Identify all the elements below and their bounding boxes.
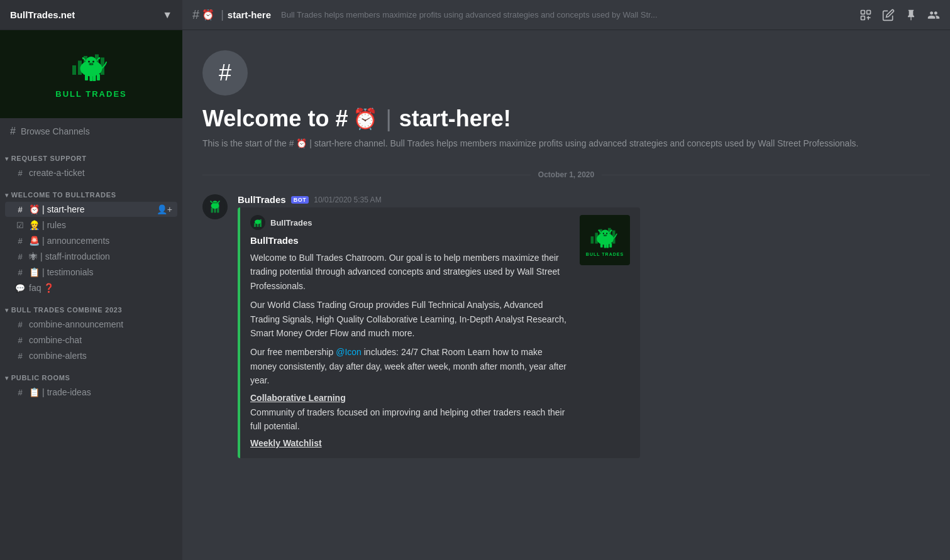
channel-pipe-separator: | xyxy=(42,267,45,277)
svg-rect-50 xyxy=(604,243,606,248)
svg-point-43 xyxy=(600,229,609,238)
announcements-emoji: 🚨 xyxy=(29,236,40,246)
embed-author-name: BullTrades xyxy=(270,218,312,228)
channel-name: testimonials xyxy=(47,267,94,277)
embed-desc-3: Our free membership @Icon includes: 24/7… xyxy=(250,345,570,387)
embed-section-1-text: Community of traders focused on improvin… xyxy=(250,405,570,434)
embed-author: BullTrades xyxy=(250,215,570,230)
svg-point-46 xyxy=(603,234,607,236)
svg-point-9 xyxy=(92,61,94,63)
testimonials-emoji: 📋 xyxy=(29,267,40,277)
category-public-rooms[interactable]: ▾ PUBLIC ROOMS xyxy=(0,364,182,384)
svg-rect-23 xyxy=(211,208,213,213)
channel-pipe-separator: | xyxy=(42,387,45,397)
bull-icon xyxy=(69,50,113,84)
category-chevron-icon: ▾ xyxy=(5,155,9,162)
channel-combine-alerts[interactable]: # combine-alerts xyxy=(5,348,177,363)
topbar-description: Bull Trades helps members maximize profi… xyxy=(281,10,859,19)
channel-name: staff-introduction xyxy=(45,251,110,261)
category-welcome-bulltrades[interactable]: ▾ WELCOME TO BULLTRADES xyxy=(0,181,182,201)
svg-point-27 xyxy=(213,200,218,206)
category-request-support[interactable]: ▾ REQUEST SUPPORT xyxy=(0,145,182,165)
add-member-icon[interactable]: 👤+ xyxy=(157,204,172,214)
channel-name: faq ❓ xyxy=(29,283,54,293)
channel-rules[interactable]: ☑ 👷 | rules xyxy=(5,217,177,233)
channel-name: combine-alerts xyxy=(29,351,87,361)
hash-icon: # xyxy=(15,351,25,361)
svg-point-7 xyxy=(86,57,97,68)
svg-rect-13 xyxy=(85,74,88,80)
svg-rect-16 xyxy=(97,74,100,80)
svg-point-44 xyxy=(602,233,604,234)
svg-point-10 xyxy=(89,63,94,66)
channel-name: announcements xyxy=(47,236,110,246)
hash-icon: # xyxy=(15,205,25,214)
welcome-prefix: Welcome to # xyxy=(202,106,348,132)
channel-list: # Browse Channels ▾ REQUEST SUPPORT # cr… xyxy=(0,118,182,560)
svg-point-45 xyxy=(606,233,607,234)
category-public-label: PUBLIC ROOMS xyxy=(11,374,70,382)
svg-point-48 xyxy=(605,234,606,236)
channel-name: start-here xyxy=(47,204,85,214)
category-chevron-icon: ▾ xyxy=(5,375,9,382)
topbar: # ⏰ | start-here Bull Trades helps membe… xyxy=(182,0,950,30)
svg-point-12 xyxy=(92,63,93,65)
server-logo: BULL TRADES xyxy=(0,30,182,118)
svg-rect-0 xyxy=(72,65,76,75)
message-username: BullTrades xyxy=(238,194,286,205)
server-name: BullTrades.net xyxy=(10,9,75,20)
category-combine-label: BULL TRADES COMBINE 2023 xyxy=(11,306,123,314)
avatar xyxy=(202,194,228,219)
channel-combine-announcement[interactable]: # combine-announcement xyxy=(5,317,177,332)
channel-faq[interactable]: 💬 faq ❓ xyxy=(5,280,177,295)
message-container: BullTrades BOT 10/01/2020 5:35 AM xyxy=(182,189,950,463)
server-dropdown-icon: ▼ xyxy=(162,9,172,21)
svg-rect-52 xyxy=(609,243,612,247)
channel-combine-chat[interactable]: # combine-chat xyxy=(5,332,177,348)
category-combine-2023[interactable]: ▾ BULL TRADES COMBINE 2023 xyxy=(0,296,182,316)
browse-channels-item[interactable]: # Browse Channels xyxy=(0,121,182,142)
channel-header: # Welcome to # ⏰ | start-here! This is t… xyxy=(182,30,950,160)
channel-announcements[interactable]: # 🚨 | announcements xyxy=(5,233,177,248)
hash-icon: # xyxy=(15,252,25,261)
server-banner: BULL TRADES xyxy=(0,30,182,118)
svg-point-29 xyxy=(216,202,217,204)
browse-channels-hash-icon: # xyxy=(10,126,16,137)
embed-desc-1: Welcome to Bull Trades Chatroom. Our goa… xyxy=(250,251,570,293)
server-header[interactable]: BullTrades.net ▼ xyxy=(0,0,182,30)
svg-point-28 xyxy=(213,202,214,204)
embed-icon-link[interactable]: @Icon xyxy=(336,347,362,357)
edit-icon[interactable] xyxy=(882,9,895,21)
speech-icon: 💬 xyxy=(15,283,25,293)
svg-rect-14 xyxy=(90,74,93,81)
pin-icon[interactable] xyxy=(905,9,917,21)
avatar-icon xyxy=(205,197,225,217)
message-timestamp: 10/01/2020 5:35 AM xyxy=(314,195,381,204)
topbar-channel-name: start-here xyxy=(228,9,271,20)
channel-start-here[interactable]: # ⏰ | start-here 👤+ xyxy=(5,202,177,217)
embed-body: BullTrades BullTrades Welcome to Bull Tr… xyxy=(250,215,570,451)
channel-create-a-ticket[interactable]: # create-a-ticket xyxy=(5,165,177,180)
channel-pipe-separator: | xyxy=(40,251,43,261)
message-embed: BullTrades BullTrades Welcome to Bull Tr… xyxy=(238,207,640,458)
hash-icon: # xyxy=(15,336,25,345)
svg-rect-17 xyxy=(861,10,865,14)
svg-rect-49 xyxy=(600,243,602,247)
hash-icon: # xyxy=(15,236,25,246)
channel-testimonials[interactable]: # 📋 | testimonials xyxy=(5,265,177,280)
bull-text-logo: BULL TRADES xyxy=(55,89,126,99)
channel-pipe-separator: | xyxy=(42,220,45,230)
channel-staff-introduction[interactable]: # 🕷 | staff-introduction xyxy=(5,249,177,264)
threads-icon[interactable] xyxy=(859,9,872,21)
svg-rect-19 xyxy=(861,16,865,19)
channel-name: combine-chat xyxy=(29,335,82,345)
channel-trade-ideas[interactable]: # 📋 | trade-ideas xyxy=(5,385,177,400)
channel-content[interactable]: # Welcome to # ⏰ | start-here! This is t… xyxy=(182,30,950,560)
message-header: BullTrades BOT 10/01/2020 5:35 AM xyxy=(238,194,930,205)
start-here-emoji: ⏰ xyxy=(29,204,40,214)
svg-rect-15 xyxy=(93,74,96,81)
topbar-hash-icon: # xyxy=(192,8,199,22)
members-icon[interactable] xyxy=(927,9,940,21)
embed-thumbnail-icon xyxy=(588,224,622,251)
category-chevron-icon: ▾ xyxy=(5,192,9,199)
